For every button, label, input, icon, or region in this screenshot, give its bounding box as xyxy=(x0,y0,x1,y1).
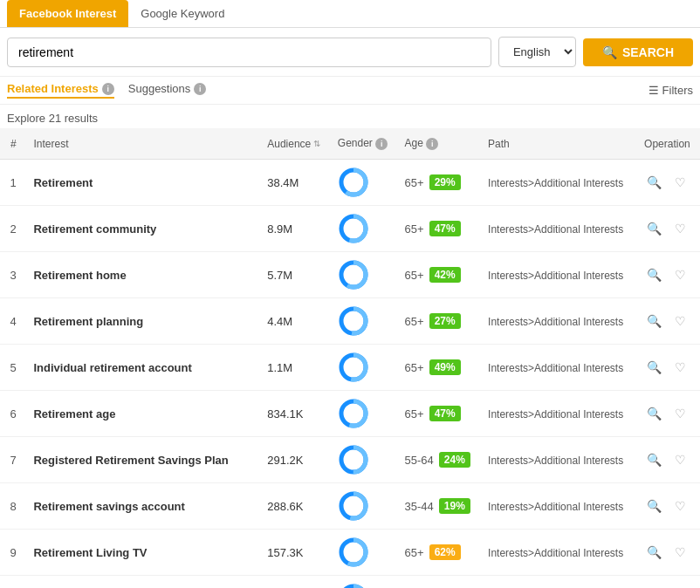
row-num: 4 xyxy=(0,298,26,345)
row-gender xyxy=(331,345,398,391)
row-path: Interests>Additional Interests xyxy=(481,576,637,589)
row-num: 5 xyxy=(0,345,26,391)
row-interest: Retirement xyxy=(26,160,260,206)
row-interest: Federal Employees Retirement System xyxy=(26,576,260,589)
svg-point-23 xyxy=(346,498,361,514)
favorite-icon[interactable]: ♡ xyxy=(670,311,690,331)
row-gender xyxy=(331,252,398,298)
favorite-icon[interactable]: ♡ xyxy=(670,496,690,516)
row-operations: 🔍 ♡ xyxy=(637,483,700,530)
row-num: 8 xyxy=(0,483,26,530)
row-age: 65+ 47% xyxy=(398,206,482,252)
row-operations: 🔍 ♡ xyxy=(637,576,700,589)
search-detail-icon[interactable]: 🔍 xyxy=(644,173,663,192)
table-row: 2 Retirement community 8.9M 65+ 47% Inte… xyxy=(0,206,700,252)
row-operations: 🔍 ♡ xyxy=(637,206,700,252)
search-input[interactable] xyxy=(7,38,491,67)
related-info-icon[interactable]: i xyxy=(102,83,114,95)
favorite-icon[interactable]: ♡ xyxy=(670,265,690,284)
results-table: # Interest Audience ⇅ Gender i Age i Pat… xyxy=(0,128,700,588)
tab-google[interactable]: Google Keyword xyxy=(128,0,237,27)
search-detail-icon[interactable]: 🔍 xyxy=(644,450,663,469)
favorite-icon[interactable]: ♡ xyxy=(670,404,690,423)
col-path: Path xyxy=(481,128,637,160)
row-interest: Individual retirement account xyxy=(26,345,260,391)
sub-tab-related[interactable]: Related Interests i xyxy=(7,82,114,99)
row-path: Interests>Additional Interests xyxy=(481,160,637,206)
row-audience: 834.1K xyxy=(260,391,331,437)
row-age: 55-64 59% xyxy=(398,576,482,589)
table-row: 5 Individual retirement account 1.1M 65+… xyxy=(0,345,700,391)
row-age: 65+ 42% xyxy=(398,252,482,298)
search-detail-icon[interactable]: 🔍 xyxy=(644,311,663,331)
svg-point-2 xyxy=(346,174,361,190)
row-interest: Retirement planning xyxy=(26,298,260,345)
row-age: 65+ 27% xyxy=(398,298,482,345)
row-gender xyxy=(331,483,398,530)
svg-point-8 xyxy=(346,267,361,283)
row-gender xyxy=(331,206,398,252)
tab-facebook[interactable]: Facebook Interest xyxy=(7,0,128,27)
row-audience: 8.9M xyxy=(260,206,331,252)
search-detail-icon[interactable]: 🔍 xyxy=(644,543,663,562)
results-count: Explore 21 results xyxy=(0,105,700,128)
row-interest: Retirement savings account xyxy=(26,483,260,530)
row-age: 65+ 29% xyxy=(398,160,482,206)
favorite-icon[interactable]: ♡ xyxy=(670,219,690,238)
row-interest: Retirement home xyxy=(26,252,260,298)
row-interest: Registered Retirement Savings Plan xyxy=(26,437,260,483)
row-gender xyxy=(331,576,398,589)
row-age: 65+ 49% xyxy=(398,345,482,391)
row-gender xyxy=(331,391,398,437)
row-path: Interests>Additional Interests xyxy=(481,298,637,345)
row-path: Interests>Additional Interests xyxy=(481,391,637,437)
row-audience: 288.6K xyxy=(260,483,331,530)
age-info-icon[interactable]: i xyxy=(426,138,438,150)
row-audience: 1.1M xyxy=(260,345,331,391)
row-num: 1 xyxy=(0,160,26,206)
table-header-row: # Interest Audience ⇅ Gender i Age i Pat… xyxy=(0,128,700,160)
search-bar: English 🔍 SEARCH xyxy=(0,28,700,77)
svg-point-5 xyxy=(346,221,361,236)
row-gender xyxy=(331,437,398,483)
row-interest: Retirement Living TV xyxy=(26,530,260,576)
sub-tab-suggestions[interactable]: Suggestions i xyxy=(128,82,207,99)
search-button[interactable]: 🔍 SEARCH xyxy=(583,38,693,66)
row-operations: 🔍 ♡ xyxy=(637,437,700,483)
svg-point-26 xyxy=(346,544,361,560)
table-row: 10 Federal Employees Retirement System 3… xyxy=(0,576,700,589)
row-path: Interests>Additional Interests xyxy=(481,252,637,298)
row-operations: 🔍 ♡ xyxy=(637,345,700,391)
row-operations: 🔍 ♡ xyxy=(637,298,700,345)
search-detail-icon[interactable]: 🔍 xyxy=(644,358,663,377)
gender-info-icon[interactable]: i xyxy=(375,138,388,150)
favorite-icon[interactable]: ♡ xyxy=(670,173,690,192)
row-audience: 5.7M xyxy=(260,252,331,298)
row-operations: 🔍 ♡ xyxy=(637,160,700,206)
results-table-container: # Interest Audience ⇅ Gender i Age i Pat… xyxy=(0,128,700,588)
language-select[interactable]: English xyxy=(498,37,576,67)
col-num: # xyxy=(0,128,26,160)
search-button-label: SEARCH xyxy=(622,45,674,59)
sub-tabs-left: Related Interests i Suggestions i xyxy=(7,82,206,99)
favorite-icon[interactable]: ♡ xyxy=(670,543,690,562)
search-detail-icon[interactable]: 🔍 xyxy=(644,219,663,238)
col-age: Age i xyxy=(398,128,482,160)
suggestions-info-icon[interactable]: i xyxy=(194,83,206,95)
filters-button[interactable]: ☰ Filters xyxy=(649,84,693,97)
row-audience: 157.3K xyxy=(260,530,331,576)
favorite-icon[interactable]: ♡ xyxy=(670,358,690,377)
row-num: 7 xyxy=(0,437,26,483)
search-detail-icon[interactable]: 🔍 xyxy=(644,496,663,516)
svg-point-17 xyxy=(346,406,361,421)
search-detail-icon[interactable]: 🔍 xyxy=(644,265,663,284)
table-row: 3 Retirement home 5.7M 65+ 42% Interests… xyxy=(0,252,700,298)
search-detail-icon[interactable]: 🔍 xyxy=(644,404,663,423)
row-age: 65+ 62% xyxy=(398,530,482,576)
col-audience[interactable]: Audience ⇅ xyxy=(260,128,331,160)
favorite-icon[interactable]: ♡ xyxy=(670,450,690,469)
row-path: Interests>Additional Interests xyxy=(481,483,637,530)
row-path: Interests>Additional Interests xyxy=(481,206,637,252)
row-path: Interests>Additional Interests xyxy=(481,345,637,391)
svg-point-14 xyxy=(346,359,361,375)
